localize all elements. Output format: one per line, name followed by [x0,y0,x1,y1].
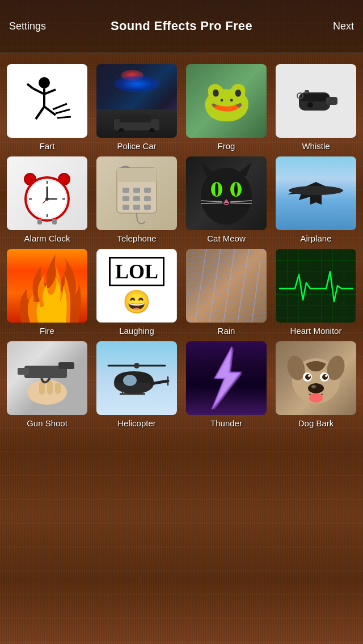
svg-rect-11 [120,115,151,122]
thunder-label: Thunder [210,418,242,428]
svg-line-8 [56,109,70,113]
svg-point-51 [234,183,238,196]
list-item[interactable]: Heart Monitor [273,249,358,336]
svg-rect-64 [31,383,37,395]
gun-shoot-label: Gun Shoot [27,418,67,428]
list-item[interactable]: LOL 😄 Laughing [94,249,179,336]
svg-point-88 [325,375,327,377]
svg-point-17 [307,102,313,108]
list-item[interactable]: Fire [5,249,90,336]
svg-rect-36 [123,188,129,193]
list-item[interactable]: Helicopter [94,341,179,428]
svg-point-57 [289,186,343,195]
svg-line-62 [252,260,260,323]
svg-line-60 [223,249,235,323]
dog-svg [282,344,350,412]
alarm-image [7,156,87,230]
app-header: Settings Sound Effects Pro Free Next [0,0,363,53]
svg-rect-37 [133,188,140,193]
svg-marker-46 [201,162,215,176]
police-car-silhouette [111,112,162,132]
svg-point-85 [305,374,311,380]
svg-marker-47 [238,162,252,176]
list-item[interactable]: Rain [184,249,269,336]
lol-text: LOL [109,257,164,286]
frog-label: Frog [218,141,235,151]
svg-rect-32 [37,219,42,224]
helicopter-label: Helicopter [117,418,156,428]
alarm-svg [16,162,78,224]
rain-label: Rain [218,326,235,336]
airplane-label: Airplane [300,234,331,243]
svg-rect-39 [123,196,129,201]
svg-point-89 [308,383,324,393]
svg-rect-38 [144,188,151,193]
svg-rect-67 [55,383,61,394]
list-item[interactable]: Fart [5,64,90,151]
svg-point-87 [308,375,310,377]
next-button[interactable]: Next [333,20,354,32]
telephone-label: Telephone [117,234,156,243]
airplane-svg [285,176,347,210]
svg-rect-33 [52,219,57,224]
whistle-svg [288,75,344,126]
svg-rect-66 [47,381,53,395]
svg-point-0 [39,77,50,88]
list-item[interactable]: Police Car [94,64,179,151]
helicopter-image [96,341,177,415]
telephone-image [96,156,177,230]
list-item[interactable]: Cat Meow [184,156,269,243]
helicopter-svg [103,350,171,406]
thunder-image [186,341,267,415]
alarm-clock-label: Alarm Clock [24,234,70,243]
frog-image: 🐸 [186,64,267,138]
list-item[interactable]: Whistle [273,64,358,151]
whistle-label: Whistle [302,141,330,151]
gun-svg [13,350,81,406]
svg-point-86 [322,374,328,380]
svg-line-9 [57,117,71,118]
gun-image [7,341,87,415]
list-item[interactable]: 🐸 Frog [184,64,269,151]
dog-image [276,341,356,415]
svg-line-6 [44,107,56,115]
svg-rect-40 [133,196,140,201]
svg-rect-43 [133,205,140,210]
svg-point-79 [123,375,137,386]
svg-line-7 [53,104,67,109]
fart-label: Fart [40,141,55,151]
svg-line-61 [238,249,249,323]
rain-image [186,249,267,323]
svg-rect-70 [18,368,29,375]
svg-line-59 [209,249,221,323]
monitor-grid [276,249,356,323]
dog-bark-label: Dog Bark [298,418,334,428]
svg-line-54 [201,203,222,204]
list-item[interactable]: Dog Bark [273,341,358,428]
list-item[interactable]: Telephone [94,156,179,243]
list-item[interactable]: Gun Shoot [5,341,90,428]
settings-button[interactable]: Settings [9,20,46,32]
svg-rect-35 [117,168,157,182]
svg-rect-69 [58,362,74,369]
frog-emoji: 🐸 [202,78,251,124]
police-light-blue [114,75,159,92]
list-item[interactable]: Alarm Clock [5,156,90,243]
svg-point-90 [311,385,316,388]
svg-rect-41 [144,196,151,201]
fire-label: Fire [40,326,54,336]
airplane-image [276,156,356,230]
svg-line-4 [44,90,56,94]
cat-meow-label: Cat Meow [207,234,246,243]
svg-point-45 [201,168,252,224]
lol-face: 😄 [123,289,151,315]
list-item[interactable]: Thunder [184,341,269,428]
sound-grid: Fart Police Car 🐸 Frog [0,53,363,434]
lol-image: LOL 😄 [96,249,177,323]
laughing-label: Laughing [119,326,154,336]
svg-line-2 [33,88,44,94]
telephone-svg [108,162,165,224]
list-item[interactable]: Airplane [273,156,358,243]
svg-line-3 [27,84,33,88]
fart-image [7,64,87,138]
